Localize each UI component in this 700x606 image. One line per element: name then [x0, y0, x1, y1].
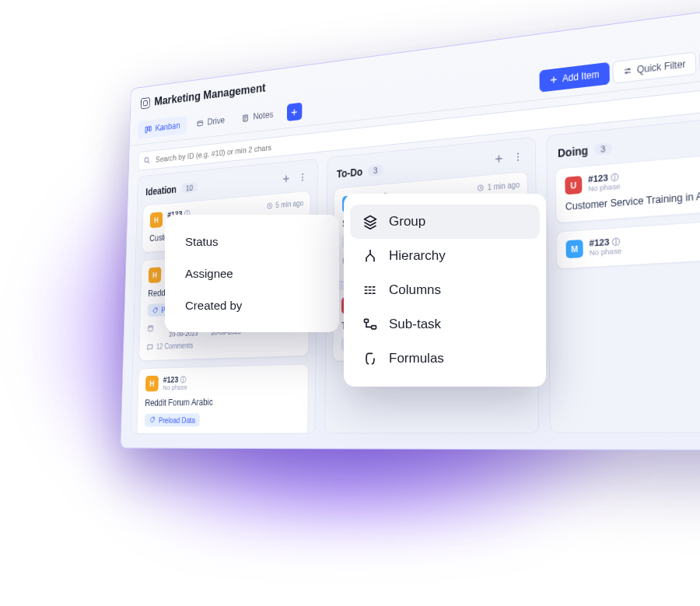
card-dates: Start20-09-2023End20-09-2023	[144, 433, 299, 434]
tab-notes-label: Notes	[253, 110, 273, 122]
menu-item-hierarchy[interactable]: Hierarchy	[350, 239, 540, 273]
card-phase: No phase	[588, 182, 620, 193]
plus-icon	[549, 75, 558, 85]
menu-label: Group	[389, 214, 425, 229]
plus-icon	[494, 152, 504, 164]
tab-drive-label: Drive	[208, 115, 226, 127]
option-label: Status	[185, 235, 219, 248]
card-id: #123ⓘ	[589, 236, 621, 249]
columns-icon	[362, 282, 378, 298]
drive-icon	[196, 118, 204, 128]
column-more-button[interactable]	[511, 149, 524, 165]
column-title: Ideation	[145, 184, 177, 198]
plus-icon	[282, 173, 291, 184]
card-avatar: M	[565, 239, 583, 257]
card-header: H#123ⓘNo phase	[145, 372, 300, 392]
chat-icon	[146, 342, 153, 351]
menu-label: Hierarchy	[389, 248, 446, 264]
add-item-button[interactable]: Add Item	[539, 62, 610, 93]
column-title: To-Do	[337, 166, 362, 180]
column-count: 3	[594, 142, 612, 156]
menu-item-formulas[interactable]: Formulas	[350, 342, 540, 376]
column-count: 10	[181, 182, 198, 194]
card-phase: No phase	[163, 384, 187, 391]
info-icon: ⓘ	[611, 237, 619, 247]
card-tag[interactable]: Preload Data	[145, 413, 201, 426]
column-count: 3	[368, 164, 383, 176]
card-id: #123ⓘ	[588, 172, 620, 185]
option-label: Assignee	[185, 267, 233, 280]
menu-item-subtask[interactable]: Sub-task	[350, 307, 540, 342]
option-label: Created by	[185, 299, 242, 312]
menu-item-columns[interactable]: Columns	[350, 273, 540, 307]
card-phase: No phase	[590, 247, 622, 257]
layers-icon	[362, 214, 378, 229]
card-title: Customer Service Training in Arabic	[565, 185, 700, 212]
kanban-card[interactable]: H#123ⓘNo phaseReddit Forum ArabicPreload…	[135, 363, 309, 434]
calendar-icon	[144, 433, 151, 434]
tab-kanban-label: Kanban	[156, 121, 180, 133]
calendar-icon	[147, 324, 154, 332]
group-by-submenu: Status Assignee Created by	[165, 215, 339, 332]
board-icon	[141, 97, 150, 109]
dots-icon	[298, 172, 307, 183]
card-avatar: U	[565, 175, 582, 194]
menu-label: Formulas	[389, 351, 444, 366]
tab-notes[interactable]: Notes	[234, 104, 281, 128]
formula-icon	[362, 351, 378, 366]
add-item-label: Add Item	[562, 68, 599, 84]
search-icon	[143, 156, 151, 165]
column-more-button[interactable]	[296, 170, 308, 184]
card-time: 1 min ago	[477, 180, 520, 193]
menu-label: Columns	[389, 282, 441, 298]
info-icon: ⓘ	[611, 173, 618, 182]
hierarchy-icon	[362, 248, 378, 264]
dots-icon	[513, 151, 523, 163]
info-icon: ⓘ	[180, 376, 186, 384]
quick-filter-button[interactable]: Quick Filter	[612, 51, 697, 84]
card-avatar: H	[150, 212, 163, 228]
group-option-status[interactable]: Status	[171, 226, 333, 257]
card-avatar: H	[145, 376, 159, 392]
view-settings-menu: Group Hierarchy Columns Sub-task Formula…	[344, 194, 546, 387]
page-title: Marketing Management	[154, 81, 265, 109]
kanban-card[interactable]: M#123ⓘNo phase	[556, 216, 700, 270]
column-add-button[interactable]	[492, 151, 506, 166]
card-header: M#123ⓘNo phase	[565, 226, 700, 258]
add-view-button[interactable]	[287, 103, 303, 121]
group-option-created-by[interactable]: Created by	[171, 289, 333, 321]
card-title: Reddit Forum Arabic	[145, 395, 299, 408]
clock-icon	[266, 201, 273, 210]
notes-icon	[242, 113, 250, 123]
tab-drive[interactable]: Drive	[189, 110, 232, 134]
menu-item-group[interactable]: Group	[350, 205, 540, 239]
plus-icon	[290, 107, 299, 117]
menu-label: Sub-task	[389, 317, 441, 332]
kanban-column: Doing3U#123ⓘNo phaseCustomer Service Tra…	[546, 111, 700, 433]
clock-icon	[477, 184, 485, 193]
column-add-button[interactable]	[280, 172, 292, 186]
card-avatar: H	[149, 267, 162, 283]
quick-filter-label: Quick Filter	[637, 58, 686, 75]
subtask-icon	[362, 317, 378, 332]
tab-kanban[interactable]: Kanban	[138, 116, 187, 139]
sliders-icon	[622, 65, 632, 76]
tag-icon	[152, 307, 158, 314]
card-comments[interactable]: 12 Comments	[146, 338, 300, 352]
column-title: Doing	[558, 144, 588, 159]
column-header: Doing3	[555, 121, 700, 169]
kanban-icon	[145, 124, 152, 134]
tag-icon	[149, 416, 156, 424]
group-option-assignee[interactable]: Assignee	[171, 257, 333, 289]
